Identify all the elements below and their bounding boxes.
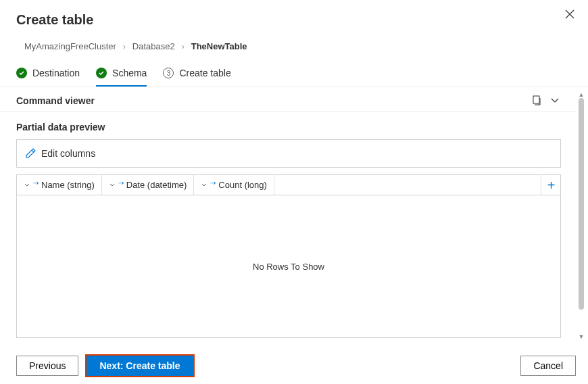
table-body: No Rows To Show [17,195,560,337]
page-title: Create table [16,12,572,28]
column-label: Count (long) [218,180,267,190]
next-button[interactable]: Next: Create table [87,356,193,376]
column-header-name[interactable]: ⇢ Name (string) [17,175,102,195]
breadcrumb-item-database[interactable]: Database2 [132,41,175,51]
close-icon [565,9,574,19]
command-viewer-actions [531,95,560,106]
step-schema[interactable]: Schema [96,61,147,87]
chevron-right-icon: › [123,42,126,51]
scroll-up-arrow-icon[interactable]: ▲ [579,91,585,98]
datatype-icon: ⇢ [33,179,39,187]
preview-table: ⇢ Name (string) ⇢ Date (datetime) ⇢ Coun… [16,174,561,338]
column-header-date[interactable]: ⇢ Date (datetime) [102,175,195,195]
breadcrumb-item-cluster[interactable]: MyAmazingFreeCluster [24,41,116,51]
column-label: Date (datetime) [126,180,187,190]
chevron-down-icon [24,182,30,189]
scroll-thumb[interactable] [579,98,584,310]
step-label: Destination [32,68,80,78]
close-button[interactable] [562,7,577,22]
chevron-down-icon [550,96,560,105]
cancel-button[interactable]: Cancel [520,356,576,376]
scroll-track[interactable] [579,98,584,333]
preview-title: Partial data preview [0,112,576,139]
pencil-icon [25,148,36,159]
step-create-table[interactable]: 3 Create table [163,61,230,87]
breadcrumb-item-table: TheNewTable [191,41,247,51]
scrollbar[interactable]: ▲ ▼ [577,91,585,340]
column-label: Name (string) [41,180,95,190]
column-header-count[interactable]: ⇢ Count (long) [194,175,274,195]
add-column-button[interactable]: + [541,175,561,195]
step-destination[interactable]: Destination [16,61,80,87]
copy-icon [531,95,542,106]
edit-columns-label: Edit columns [41,148,95,159]
datatype-icon: ⇢ [210,179,216,187]
checkmark-icon [16,68,27,78]
expand-button[interactable] [550,96,560,105]
step-number-icon: 3 [163,68,174,78]
dialog-footer: Previous Next: Create table Cancel [0,349,588,384]
wizard-steps: Destination Schema 3 Create table [0,61,588,87]
dialog-header: Create table [0,0,588,36]
step-label: Create table [179,68,230,78]
content-area: Command viewer Partial data preview [0,87,588,336]
command-viewer-title: Command viewer [16,95,95,106]
scroll-down-arrow-icon[interactable]: ▼ [579,333,585,340]
chevron-down-icon [201,182,207,189]
breadcrumb: MyAmazingFreeCluster › Database2 › TheNe… [0,36,588,61]
command-viewer-header: Command viewer [0,87,576,112]
edit-columns-box: Edit columns [16,139,561,168]
plus-icon: + [547,178,556,193]
svg-rect-0 [533,96,539,103]
empty-state-message: No Rows To Show [253,262,324,272]
chevron-right-icon: › [182,42,185,51]
copy-button[interactable] [531,95,542,106]
step-label: Schema [112,68,147,78]
table-header-row: ⇢ Name (string) ⇢ Date (datetime) ⇢ Coun… [17,175,560,195]
chevron-down-icon [109,182,116,189]
checkmark-icon [96,68,107,78]
edit-columns-button[interactable]: Edit columns [17,140,560,167]
previous-button[interactable]: Previous [16,356,78,376]
datatype-icon: ⇢ [118,179,124,187]
